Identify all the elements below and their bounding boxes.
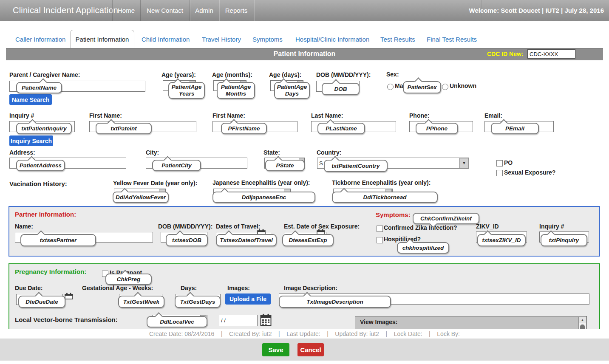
first-name-2-label: First Name:: [212, 112, 245, 119]
japanese-encephalitis-label: Japanese Encephalitis (year only):: [212, 179, 310, 186]
hospitalized-checkbox[interactable]: [377, 237, 383, 243]
parent-caregiver-name-label: Parent / Caregiver Name:: [9, 71, 80, 78]
age-years-label: Age (years):: [161, 71, 196, 78]
tab-symptoms[interactable]: Symptoms: [252, 36, 283, 43]
first-name-1-label: First Name:: [89, 112, 122, 119]
tooltip-age-months: PatientAge Months: [217, 82, 255, 99]
tab-caller-information[interactable]: Caller Information: [15, 36, 65, 43]
partner-information-heading: Partner Information:: [15, 211, 76, 218]
top-nav-bar: Clinical Incident Application Home New C…: [0, 0, 609, 21]
sexual-exposure-checkbox[interactable]: [496, 170, 503, 176]
sex-label: Sex:: [386, 71, 399, 78]
tooltip-partner-name: txtsexPartner: [20, 234, 96, 246]
cancel-button[interactable]: Cancel: [297, 343, 324, 356]
calendar-icon-large[interactable]: [260, 313, 272, 326]
tooltip-confirmed-zika: ChkConfirmZikeInf: [413, 213, 479, 224]
age-days-label: Age (days):: [269, 71, 301, 78]
tooltip-is-pregnant: ChkPreg: [105, 274, 152, 285]
view-images-label: View Images:: [360, 319, 397, 325]
sex-unknown-label: Unknown: [450, 82, 476, 89]
sex-male-radio[interactable]: [387, 84, 394, 90]
nav-item-home[interactable]: Home: [112, 0, 140, 21]
last-name-label: Last Name:: [311, 112, 343, 119]
partner-name-label: Name:: [15, 223, 33, 230]
zikv-id-label: ZIKV_ID: [476, 223, 499, 230]
tooltip-gestational-days: TxtGestDays: [175, 296, 221, 308]
tooltip-phone: PPhone: [416, 123, 458, 134]
tooltip-address: PatientAddress: [16, 160, 65, 171]
tab-travel-history[interactable]: Travel History: [202, 36, 241, 43]
cdc-id-input[interactable]: [527, 49, 575, 59]
tooltip-first-name-2: PFirstName: [221, 123, 267, 134]
app-title: Clinical Incident Application: [13, 0, 118, 21]
inquiry-search-button[interactable]: Inquiry Search: [9, 135, 53, 146]
phone-label: Phone:: [409, 112, 429, 119]
nav-separator: [254, 0, 254, 21]
nav-item-new-contact[interactable]: New Contact: [140, 0, 190, 21]
sexual-exposure-label: Sexual Exposure?: [504, 169, 555, 176]
save-button[interactable]: Save: [262, 343, 289, 356]
age-months-label: Age (months):: [212, 71, 252, 78]
city-label: City:: [146, 149, 159, 156]
tooltip-patient-sex: PatientSex: [403, 81, 441, 93]
tooltip-inquiry: txtPatientInquiry: [16, 123, 72, 134]
tooltip-state: PState: [265, 160, 305, 171]
tooltip-image-description: TxtImageDescription: [279, 296, 391, 308]
tooltip-country: txtPatientCountry: [324, 160, 388, 172]
tooltip-partner-dob: txtsexDOB: [166, 234, 208, 246]
partner-dob-label: DOB (MM/DD/YYY):: [158, 223, 212, 230]
scroll-up-arrow-icon[interactable]: ▲: [579, 317, 586, 323]
tooltip-last-name: PLastName: [317, 123, 365, 134]
pregnancy-information-heading: Pregnancy Information:: [15, 268, 86, 275]
page: Clinical Incident Application Home New C…: [0, 0, 609, 364]
tickborne-encephalitis-label: Tickborne Encephalitis (year only):: [332, 179, 431, 186]
confirmed-zika-checkbox[interactable]: [377, 226, 383, 232]
email-label: Email:: [484, 112, 502, 119]
tab-patient-information[interactable]: Patient Information: [70, 30, 134, 48]
tooltip-dob: DOB: [322, 83, 360, 95]
tab-child-information[interactable]: Child Information: [142, 36, 190, 43]
tooltip-email: PEmail: [491, 123, 539, 134]
tooltip-first-name-1: txtPateint: [96, 123, 152, 134]
vaccination-history-label: Vacination History:: [9, 180, 67, 187]
symptoms-heading: Symptoms:: [376, 211, 411, 218]
local-vector-label: Local Vector-borne Transmission:: [15, 316, 118, 323]
local-vector-date-input[interactable]: [219, 315, 258, 326]
tooltip-hospitalized: chkhospitilized: [397, 242, 449, 254]
nav-item-admin[interactable]: Admin: [190, 0, 219, 21]
welcome-text: Welcome: Scott Doucet | IUT2 | July 28, …: [469, 0, 604, 21]
po-checkbox[interactable]: [496, 160, 503, 166]
tooltip-partner-travel: TxtsexDateofTravel: [216, 234, 277, 246]
gestational-weeks-label: Gestational Age - Weeks:: [82, 285, 153, 291]
name-search-button[interactable]: Name Search: [9, 94, 52, 105]
partner-travel-label: Dates of Travel:: [216, 223, 260, 230]
tooltip-zikv-id: txtsexZIKV_ID: [477, 234, 526, 246]
tab-final-test-results[interactable]: Final Test Results: [427, 36, 477, 43]
tooltip-gestational-weeks: TxtGestWeek: [118, 296, 164, 308]
tooltip-japanese-encephalitis: DdljapaneseEnc: [212, 192, 315, 203]
tooltip-age-years: PatientAge Years: [168, 82, 205, 99]
due-date-label: Due Date:: [15, 285, 42, 291]
partner-inquiry-label: Inquiry #: [539, 223, 564, 230]
sex-unknown-radio[interactable]: [442, 84, 448, 90]
tooltip-due-date: DteDueDate: [18, 296, 65, 308]
calendar-icon[interactable]: [65, 293, 73, 299]
image-description-label: Image Description:: [284, 285, 337, 291]
tooltip-patient-name: PatientName: [16, 82, 62, 93]
dob-label: DOB (MM/DD/YYY):: [316, 71, 371, 78]
gestational-days-label: Days:: [181, 285, 197, 291]
country-dropdown-arrow-icon[interactable]: ▼: [459, 158, 469, 168]
yellow-fever-label: Yellow Fever Date (year only):: [113, 180, 197, 186]
hospitalized-label: Hospitilized?: [384, 236, 421, 243]
nav-item-reports[interactable]: Reports: [219, 0, 254, 21]
tooltip-yellow-fever: DdlAdYellowFever: [113, 192, 169, 203]
tooltip-age-days: PatientAge Days: [274, 82, 310, 99]
po-label: PO: [504, 159, 513, 166]
upload-file-button[interactable]: Upload a File: [225, 293, 271, 305]
tab-test-results[interactable]: Test Results: [380, 36, 415, 43]
tooltip-city: PatientCity: [152, 160, 201, 171]
inquiry-label: Inquiry #: [9, 112, 34, 119]
address-label: Address:: [9, 149, 35, 156]
tab-hospital-clinic-information[interactable]: Hospital/Clinic Information: [295, 36, 369, 43]
tooltip-tickborne-encephalitis: DdlTickbornead: [332, 192, 438, 203]
